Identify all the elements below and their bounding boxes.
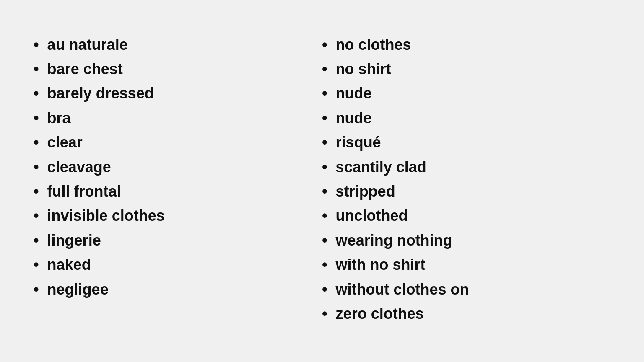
left-column: au naturalebare chestbarely dressedbracl… [34,34,322,328]
list-item: barely dressed [34,83,322,104]
list-item: with no shirt [322,254,610,275]
right-column: no clothesno shirtnudenuderisquéscantily… [322,34,610,328]
list-item: risqué [322,132,610,153]
list-item: stripped [322,181,610,202]
list-item: full frontal [34,181,322,202]
list-item: negligee [34,279,322,300]
list-item: bra [34,108,322,129]
list-item: nude [322,83,610,104]
list-item: unclothed [322,205,610,226]
left-list: au naturalebare chestbarely dressedbracl… [34,34,322,303]
list-item: no shirt [322,59,610,80]
main-content: au naturalebare chestbarely dressedbracl… [0,9,644,353]
list-item: invisible clothes [34,205,322,226]
right-list: no clothesno shirtnudenuderisquéscantily… [322,34,610,328]
list-item: zero clothes [322,303,610,324]
list-item: without clothes on [322,279,610,300]
list-item: naked [34,254,322,275]
list-item: scantily clad [322,157,610,178]
list-item: bare chest [34,59,322,80]
list-item: au naturale [34,34,322,55]
list-item: cleavage [34,157,322,178]
list-item: nude [322,108,610,129]
list-item: no clothes [322,34,610,55]
list-item: lingerie [34,230,322,251]
list-item: wearing nothing [322,230,610,251]
list-item: clear [34,132,322,153]
